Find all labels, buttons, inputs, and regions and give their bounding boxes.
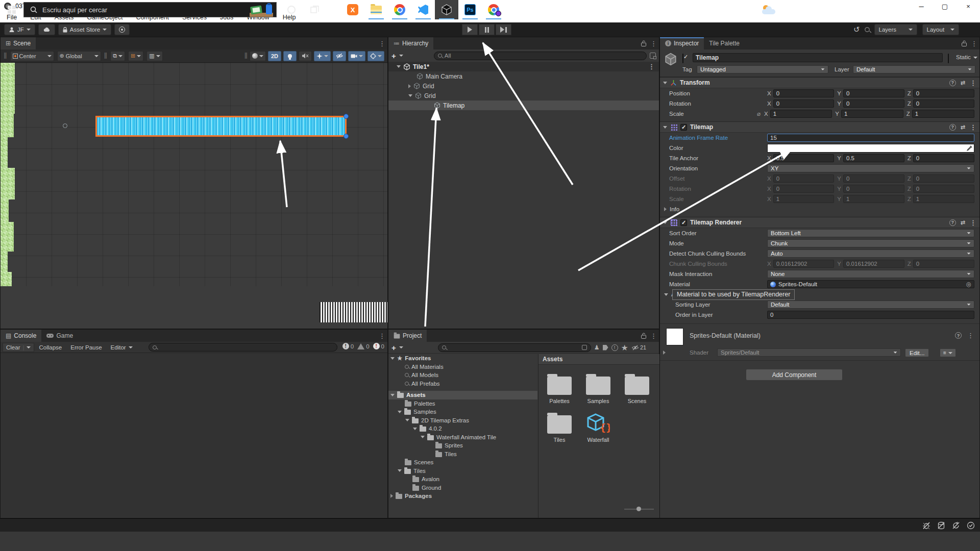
task-view-button[interactable] bbox=[303, 0, 327, 19]
minimize-button[interactable]: ─ bbox=[910, 0, 933, 12]
object-picker-icon[interactable]: ◎ bbox=[966, 281, 971, 288]
gizmos-dropdown[interactable] bbox=[368, 51, 384, 61]
selection-handle-top[interactable] bbox=[344, 114, 349, 119]
project-add-button[interactable]: + bbox=[391, 343, 396, 352]
console-warning-filter[interactable]: 0 bbox=[357, 343, 369, 349]
scene-visibility-toggle[interactable] bbox=[333, 51, 346, 61]
help-icon[interactable]: ? bbox=[949, 80, 956, 86]
search-by-type-icon[interactable]: ♟ bbox=[594, 344, 600, 351]
console-log-area[interactable] bbox=[1, 353, 387, 517]
anchor-z-field[interactable]: 0 bbox=[913, 154, 974, 162]
taskbar-chrome-profile[interactable] bbox=[482, 0, 505, 19]
shader-edit-button[interactable]: Edit... bbox=[905, 348, 929, 357]
tab-console[interactable]: ▤ Console bbox=[1, 330, 41, 342]
taskbar-xampp[interactable]: X bbox=[341, 0, 364, 19]
foldout-icon[interactable] bbox=[398, 411, 402, 413]
layer-dropdown[interactable]: Default bbox=[853, 65, 975, 73]
foldout-icon[interactable] bbox=[663, 221, 667, 224]
position-x-field[interactable]: 0 bbox=[773, 89, 835, 97]
favorites-star-icon[interactable]: ★ bbox=[621, 343, 628, 353]
console-error-pause-button[interactable]: Error Pause bbox=[66, 343, 106, 352]
static-checkbox[interactable] bbox=[948, 54, 949, 63]
asset-item-samples[interactable]: Samples bbox=[584, 372, 612, 404]
scale-z-field[interactable]: 1 bbox=[912, 110, 974, 118]
tab-project[interactable]: Project bbox=[388, 330, 427, 342]
effects-dropdown[interactable] bbox=[314, 51, 331, 61]
component-enabled-checkbox[interactable] bbox=[680, 124, 687, 131]
foldout-icon[interactable] bbox=[405, 419, 409, 421]
console-menu-icon[interactable]: ⋮ bbox=[379, 333, 385, 339]
shading-mode-dropdown[interactable] bbox=[250, 51, 266, 61]
presets-icon[interactable]: ⇄ bbox=[961, 80, 965, 86]
help-icon[interactable]: ? bbox=[949, 124, 956, 131]
asset-item-waterfall[interactable]: {} Waterfall bbox=[584, 411, 612, 443]
position-z-field[interactable]: 0 bbox=[913, 89, 974, 97]
help-icon[interactable]: ? bbox=[955, 332, 962, 339]
grid-snap-button[interactable]: ⧉ bbox=[110, 51, 125, 61]
taskbar-vscode[interactable] bbox=[411, 0, 435, 19]
link-scale-icon[interactable]: ⌀ bbox=[757, 110, 764, 117]
hierarchy-add-button[interactable]: + bbox=[391, 52, 396, 60]
foldout-icon[interactable] bbox=[390, 394, 395, 396]
project-tree-ground[interactable]: Ground bbox=[388, 484, 537, 492]
project-tree-tiles-2[interactable]: Tiles bbox=[388, 467, 537, 475]
material-object-field[interactable]: Sprites-Default ◎ bbox=[767, 280, 974, 288]
asset-item-tiles[interactable]: Tiles bbox=[546, 411, 573, 443]
presets-icon[interactable]: ⇄ bbox=[961, 219, 965, 226]
layout-dropdown[interactable]: Layout bbox=[922, 24, 959, 35]
shader-dropdown[interactable]: Sprites/Default bbox=[717, 348, 901, 357]
tilemap-renderer-header[interactable]: Tilemap Renderer ?⇄⋮ bbox=[660, 217, 979, 228]
increment-snap-button[interactable]: ⊞ bbox=[128, 51, 143, 61]
account-dropdown[interactable]: JF bbox=[4, 24, 35, 35]
mask-interaction-dropdown[interactable]: None bbox=[767, 270, 974, 278]
position-y-field[interactable]: 0 bbox=[843, 89, 904, 97]
foldout-icon[interactable] bbox=[663, 82, 667, 84]
project-fav-all-materials[interactable]: All Materials bbox=[388, 363, 537, 371]
foldout-icon[interactable] bbox=[408, 84, 411, 88]
cortana-button[interactable] bbox=[280, 0, 303, 19]
sort-order-dropdown[interactable]: Bottom Left bbox=[767, 229, 974, 237]
camera-dropdown[interactable] bbox=[348, 51, 365, 61]
project-tree-sprites[interactable]: Sprites bbox=[388, 441, 537, 450]
undo-history-icon[interactable]: ↺ bbox=[853, 25, 860, 34]
add-component-button[interactable]: Add Component bbox=[746, 369, 843, 381]
detect-chunk-dropdown[interactable]: Auto bbox=[767, 249, 974, 258]
scale-x-field[interactable]: 1 bbox=[770, 110, 832, 118]
lighting-toggle[interactable] bbox=[283, 51, 297, 61]
asset-item-palettes[interactable]: Palettes bbox=[546, 372, 573, 404]
ruler-snap-button[interactable]: ▥ bbox=[146, 51, 162, 61]
inspector-menu-icon[interactable]: ⋮ bbox=[971, 40, 977, 47]
scene-menu-icon[interactable]: ⋮ bbox=[648, 63, 655, 70]
gameobject-name-field[interactable]: Tilemap bbox=[693, 53, 943, 62]
project-tree-402[interactable]: 4.0.2 bbox=[388, 424, 537, 433]
project-tree-assets[interactable]: Assets bbox=[388, 391, 537, 399]
project-tree-2d-tilemap-extras[interactable]: 2D Tilemap Extras bbox=[388, 416, 537, 425]
hierarchy-row-tilemap[interactable]: Tilemap bbox=[388, 101, 659, 110]
foldout-icon[interactable] bbox=[663, 126, 667, 129]
tab-tile-palette[interactable]: Tile Palette bbox=[704, 37, 745, 49]
foldout-icon[interactable] bbox=[397, 65, 401, 68]
component-enabled-checkbox[interactable] bbox=[680, 219, 687, 226]
additional-settings-row[interactable]: A Material to be used by TilemapRenderer bbox=[660, 289, 979, 299]
alert-icon[interactable]: ! bbox=[611, 344, 618, 351]
hierarchy-add-caret[interactable] bbox=[399, 55, 403, 57]
search-by-label-icon[interactable] bbox=[603, 345, 608, 350]
presets-icon[interactable]: ⇄ bbox=[961, 124, 965, 131]
selected-waterfall-tile[interactable] bbox=[95, 116, 347, 137]
taskbar-photoshop[interactable]: Ps bbox=[458, 0, 482, 19]
foldout-icon[interactable] bbox=[663, 350, 666, 355]
rotation-z-field[interactable]: 0 bbox=[913, 99, 974, 108]
foldout-icon[interactable] bbox=[413, 428, 417, 430]
rotation-x-field[interactable]: 0 bbox=[773, 99, 835, 108]
foldout-icon[interactable] bbox=[664, 293, 668, 296]
eyedropper-icon[interactable] bbox=[966, 145, 972, 152]
foldout-icon[interactable] bbox=[390, 357, 395, 360]
lock-icon[interactable] bbox=[962, 40, 967, 46]
active-checkbox[interactable] bbox=[682, 54, 683, 63]
static-caret[interactable] bbox=[973, 57, 977, 59]
taskbar-chrome[interactable] bbox=[388, 0, 411, 19]
status-ok-icon[interactable] bbox=[967, 521, 975, 530]
foldout-icon[interactable] bbox=[408, 94, 412, 97]
foldout-icon[interactable] bbox=[664, 207, 667, 211]
info-foldout-row[interactable]: Info bbox=[660, 204, 979, 214]
